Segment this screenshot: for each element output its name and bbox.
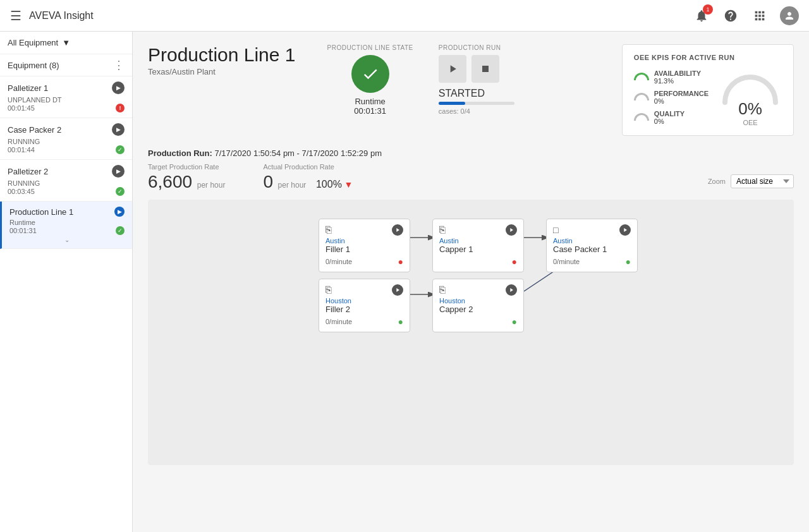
runtime-area: Runtime 00:01:31 bbox=[327, 55, 413, 116]
production-run-info: Production Run: 7/17/2020 1:50:54 pm - 7… bbox=[148, 148, 794, 192]
node-location: Houston bbox=[439, 297, 517, 305]
oee-big-label: OEE bbox=[743, 119, 757, 126]
node-header: ⎘ bbox=[439, 284, 517, 296]
node-footer: 0/minute ● bbox=[553, 257, 631, 267]
oee-panel: OEE KPIs FOR ACTIVE RUN AVAILABILITY 91.… bbox=[622, 44, 794, 136]
equipment-menu-icon[interactable]: ⋮ bbox=[113, 59, 125, 71]
topnav: ☰ AVEVA Insight 1 bbox=[0, 0, 809, 32]
sidebar-item-name: Palletizer 1 bbox=[8, 83, 48, 93]
sidebar-item-production-line-1[interactable]: Production Line 1 ▶ Runtime 00:01:31 ✓ ⌄ bbox=[0, 202, 132, 249]
status-icon-red: ● bbox=[398, 257, 403, 267]
node-play-btn[interactable] bbox=[506, 224, 517, 236]
oee-content: AVAILABILITY 91.3% PERFORMANCE 0% bbox=[634, 68, 782, 126]
runtime-button[interactable] bbox=[351, 55, 389, 93]
rate-down-arrow: ▼ bbox=[344, 179, 353, 190]
performance-text: PERFORMANCE 0% bbox=[654, 90, 709, 105]
status-time: 00:01:45 bbox=[8, 104, 35, 112]
node-austin-capper-1[interactable]: ⎘ Austin Capper 1 ● bbox=[432, 219, 524, 272]
zoom-label: Zoom bbox=[708, 178, 726, 185]
quality-row: QUALITY 0% bbox=[634, 110, 709, 125]
node-play-btn[interactable] bbox=[392, 224, 403, 236]
actual-rate-block: Actual Production Rate 0 per hour 100% ▼ bbox=[263, 163, 353, 192]
node-footer: 0/minute ● bbox=[325, 257, 403, 267]
actual-rate-pct: 100% bbox=[316, 179, 342, 190]
node-header: □ bbox=[553, 224, 631, 236]
performance-value: 0% bbox=[654, 97, 709, 105]
zoom-area: Zoom Actual size 50% 75% 125% bbox=[708, 174, 794, 188]
quality-value: 0% bbox=[654, 118, 684, 125]
play-button-palletizer-1[interactable]: ▶ bbox=[112, 82, 125, 94]
status-time: 00:03:45 bbox=[8, 188, 35, 195]
target-rate-block: Target Production Rate 6,600 per hour bbox=[148, 163, 225, 192]
node-header: ⎘ bbox=[325, 224, 403, 236]
state-row: PRODUCTION LINE STATE Runtime 00:01:31 P… bbox=[327, 44, 514, 116]
notification-button[interactable]: 1 bbox=[693, 7, 710, 25]
node-location: Austin bbox=[439, 237, 517, 245]
prod-run-label: PRODUCTION RUN bbox=[439, 44, 514, 51]
oee-value-area: 0% bbox=[738, 99, 762, 119]
quality-label: QUALITY bbox=[654, 110, 684, 118]
zoom-select[interactable]: Actual size 50% 75% 125% bbox=[731, 174, 794, 188]
play-control-button[interactable] bbox=[439, 55, 466, 83]
node-play-btn[interactable] bbox=[392, 284, 403, 296]
prod-run-info-label: Production Run: 7/17/2020 1:50:54 pm - 7… bbox=[148, 148, 794, 158]
avatar-button[interactable] bbox=[780, 6, 799, 25]
node-houston-filler-2[interactable]: ⎘ Houston Filler 2 0/minute ● bbox=[319, 279, 410, 332]
equipment-count-label: Equipment (8) bbox=[8, 61, 59, 70]
sidebar-item-palletizer-1[interactable]: Palletizer 1 ▶ UNPLANNED DT 00:01:45 ! bbox=[0, 76, 132, 118]
availability-gauge bbox=[634, 73, 649, 82]
status-dot-green: ✓ bbox=[116, 187, 125, 196]
prod-line-state-col: PRODUCTION LINE STATE Runtime 00:01:31 bbox=[327, 44, 413, 116]
oee-title: OEE KPIs FOR ACTIVE RUN bbox=[634, 54, 782, 61]
availability-label: AVAILABILITY bbox=[654, 70, 701, 77]
performance-arc bbox=[634, 93, 649, 100]
oee-metrics: AVAILABILITY 91.3% PERFORMANCE 0% bbox=[634, 70, 709, 125]
sidebar: All Equipment ▼ Equipment (8) ⋮ Palletiz… bbox=[0, 32, 133, 532]
availability-text: AVAILABILITY 91.3% bbox=[654, 70, 701, 85]
notification-badge: 1 bbox=[703, 4, 713, 15]
actual-rate-label: Actual Production Rate bbox=[263, 163, 353, 171]
play-button-case-packer-2[interactable]: ▶ bbox=[112, 123, 125, 136]
node-name: Filler 1 bbox=[325, 245, 403, 254]
page-title: Production Line 1 bbox=[148, 44, 296, 66]
availability-row: AVAILABILITY 91.3% bbox=[634, 70, 709, 85]
node-houston-capper-2[interactable]: ⎘ Houston Capper 2 ● bbox=[432, 279, 524, 332]
availability-arc bbox=[634, 73, 649, 80]
oee-big-value: 0% bbox=[738, 99, 762, 118]
header-section: Production Line 1 Texas/Austin Plant PRO… bbox=[148, 44, 794, 136]
node-footer: ● bbox=[439, 257, 517, 267]
help-button[interactable] bbox=[722, 7, 739, 25]
runtime-label: Runtime bbox=[355, 97, 385, 106]
status-text: UNPLANNED DT bbox=[8, 96, 62, 104]
sidebar-item-name: Production Line 1 bbox=[9, 207, 73, 217]
play-button-palletizer-2[interactable]: ▶ bbox=[112, 165, 125, 178]
status-icon-green: ● bbox=[626, 257, 631, 267]
sidebar-item-case-packer-2[interactable]: Case Packer 2 ▶ RUNNING 00:01:44 ✓ bbox=[0, 118, 132, 160]
status-dot-green: ✓ bbox=[116, 145, 125, 154]
filter-label: All Equipment bbox=[8, 38, 58, 47]
prod-line-state-label: PRODUCTION LINE STATE bbox=[327, 44, 413, 51]
state-section: PRODUCTION LINE STATE Runtime 00:01:31 P… bbox=[327, 44, 514, 116]
prod-run-controls: STARTED cases: 0/4 bbox=[439, 55, 514, 115]
node-austin-filler-1[interactable]: ⎘ Austin Filler 1 0/minute ● bbox=[319, 219, 410, 272]
node-play-btn[interactable] bbox=[619, 224, 631, 236]
cases-label: cases: 0/4 bbox=[439, 107, 470, 115]
node-play-btn[interactable] bbox=[506, 284, 517, 296]
stop-control-button[interactable] bbox=[471, 55, 499, 83]
node-location: Austin bbox=[325, 237, 403, 245]
performance-row: PERFORMANCE 0% bbox=[634, 90, 709, 105]
grid-button[interactable] bbox=[751, 7, 769, 25]
node-name: Case Packer 1 bbox=[553, 245, 631, 254]
equipment-filter[interactable]: All Equipment ▼ bbox=[0, 32, 132, 54]
status-time: 00:01:31 bbox=[9, 227, 37, 234]
filter-chevron: ▼ bbox=[62, 38, 70, 47]
status-time: 00:01:44 bbox=[8, 146, 35, 154]
main-layout: All Equipment ▼ Equipment (8) ⋮ Palletiz… bbox=[0, 32, 809, 532]
prod-run-col: PRODUCTION RUN ST bbox=[439, 44, 514, 116]
chevron-down-icon: ⌄ bbox=[9, 235, 125, 243]
target-rate-value: 6,600 bbox=[148, 172, 192, 191]
sidebar-item-palletizer-2[interactable]: Palletizer 2 ▶ RUNNING 00:03:45 ✓ bbox=[0, 160, 132, 202]
node-austin-case-packer-1[interactable]: □ Austin Case Packer 1 0/minute ● bbox=[546, 219, 638, 272]
started-label: STARTED bbox=[439, 88, 485, 99]
menu-icon[interactable]: ☰ bbox=[10, 8, 21, 23]
